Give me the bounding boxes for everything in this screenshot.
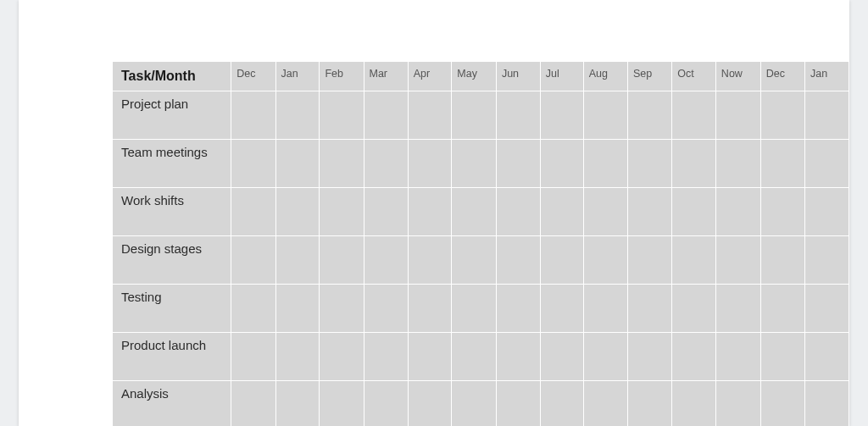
month-cell [320, 236, 364, 285]
month-cell [805, 381, 849, 427]
month-cell [364, 188, 408, 236]
month-cell [231, 188, 275, 236]
task-cell: Product launch [113, 333, 231, 381]
month-cell [320, 91, 364, 140]
month-cell [231, 333, 275, 381]
month-cell [583, 333, 627, 381]
month-cell [760, 285, 804, 333]
month-cell [320, 333, 364, 381]
month-cell [760, 140, 804, 188]
month-cell [452, 381, 497, 427]
month-cell [408, 140, 452, 188]
month-cell [805, 188, 849, 236]
month-cell [627, 188, 671, 236]
month-cell [320, 140, 364, 188]
month-cell [496, 188, 540, 236]
table-row: Analysis [113, 381, 849, 427]
month-cell [496, 140, 540, 188]
month-cell [540, 140, 583, 188]
month-cell [364, 381, 408, 427]
month-cell [760, 333, 804, 381]
task-cell: Project plan [113, 91, 231, 140]
month-cell [364, 333, 408, 381]
month-cell [805, 285, 849, 333]
month-cell [364, 236, 408, 285]
month-cell [231, 285, 275, 333]
month-cell [408, 91, 452, 140]
task-cell: Work shifts [113, 188, 231, 236]
gantt-header-row: Task/Month Dec Jan Feb Mar Apr May Jun J… [113, 62, 849, 91]
month-cell [540, 188, 583, 236]
gantt-header-month: Oct [672, 62, 716, 91]
table-row: Design stages [113, 236, 849, 285]
month-cell [583, 140, 627, 188]
table-row: Testing [113, 285, 849, 333]
month-cell [627, 333, 671, 381]
gantt-header-month: Jun [496, 62, 540, 91]
month-cell [275, 140, 320, 188]
month-cell [452, 333, 497, 381]
month-cell [583, 188, 627, 236]
month-cell [408, 188, 452, 236]
gantt-header-month: Dec [760, 62, 804, 91]
month-cell [672, 285, 716, 333]
month-cell [452, 91, 497, 140]
table-row: Product launch [113, 333, 849, 381]
month-cell [672, 381, 716, 427]
month-cell [408, 285, 452, 333]
month-cell [540, 381, 583, 427]
month-cell [408, 333, 452, 381]
month-cell [452, 140, 497, 188]
month-cell [496, 381, 540, 427]
month-cell [672, 140, 716, 188]
month-cell [672, 236, 716, 285]
month-cell [408, 381, 452, 427]
gantt-header-month: Aug [583, 62, 627, 91]
month-cell [760, 236, 804, 285]
month-cell [583, 285, 627, 333]
month-cell [627, 236, 671, 285]
gantt-header-month: May [452, 62, 497, 91]
gantt-header-month: Apr [408, 62, 452, 91]
month-cell [231, 236, 275, 285]
month-cell [805, 140, 849, 188]
month-cell [452, 285, 497, 333]
month-cell [715, 285, 760, 333]
month-cell [715, 381, 760, 427]
month-cell [275, 333, 320, 381]
month-cell [672, 91, 716, 140]
month-cell [496, 91, 540, 140]
month-cell [231, 381, 275, 427]
month-cell [452, 188, 497, 236]
month-cell [715, 236, 760, 285]
month-cell [583, 381, 627, 427]
month-cell [672, 188, 716, 236]
month-cell [540, 285, 583, 333]
table-row: Work shifts [113, 188, 849, 236]
month-cell [805, 236, 849, 285]
month-cell [320, 285, 364, 333]
month-cell [540, 333, 583, 381]
month-cell [583, 236, 627, 285]
month-cell [672, 333, 716, 381]
month-cell [408, 236, 452, 285]
month-cell [760, 188, 804, 236]
month-cell [805, 333, 849, 381]
month-cell [805, 91, 849, 140]
month-cell [496, 333, 540, 381]
month-cell [275, 188, 320, 236]
gantt-body: Project plan Team meetings Work shifts D… [113, 91, 849, 427]
month-cell [275, 236, 320, 285]
month-cell [627, 381, 671, 427]
month-cell [320, 381, 364, 427]
month-cell [275, 285, 320, 333]
month-cell [627, 140, 671, 188]
month-cell [540, 236, 583, 285]
gantt-header-task: Task/Month [113, 62, 231, 91]
gantt-header-month: Mar [364, 62, 408, 91]
month-cell [364, 140, 408, 188]
month-cell [452, 236, 497, 285]
gantt-header-month: Jan [805, 62, 849, 91]
month-cell [715, 91, 760, 140]
month-cell [364, 91, 408, 140]
